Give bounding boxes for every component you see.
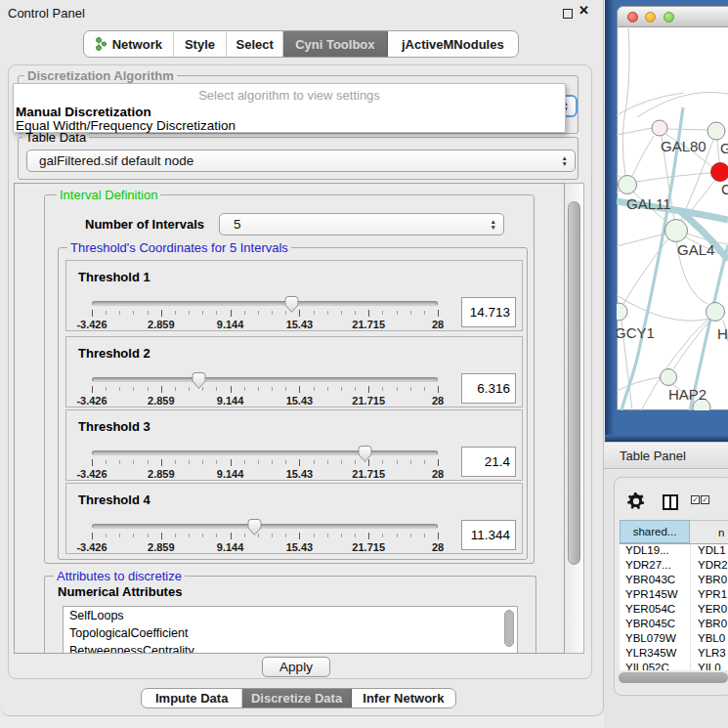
close-traffic-light[interactable] bbox=[627, 12, 638, 22]
bottom-tab-impute-data[interactable]: Impute Data bbox=[142, 689, 242, 707]
table-row[interactable]: YBR043CYBR0 bbox=[620, 574, 728, 588]
network-node[interactable] bbox=[661, 369, 677, 386]
network-edge[interactable] bbox=[667, 129, 707, 130]
interval-definition-title: Interval Definition bbox=[57, 188, 160, 202]
network-node[interactable] bbox=[665, 220, 688, 242]
tick-mark bbox=[272, 460, 273, 464]
checkbox-icon[interactable]: ✓ bbox=[701, 495, 709, 504]
numerical-attributes-label: Numerical Attributes bbox=[58, 584, 182, 599]
slider-thumb[interactable] bbox=[284, 295, 300, 318]
cell-shared-name: YBL079W bbox=[620, 632, 690, 647]
slider-track[interactable] bbox=[92, 524, 438, 529]
network-node[interactable] bbox=[619, 176, 637, 194]
columns-icon[interactable] bbox=[663, 494, 678, 510]
attribute-list-item[interactable]: TopologicalCoefficient bbox=[64, 624, 517, 642]
tick-mark bbox=[397, 460, 398, 464]
numerical-attributes-list[interactable]: SelfLoopsTopologicalCoefficientBetweenne… bbox=[63, 606, 518, 654]
table-data-select[interactable]: galFiltered.sif default node ▲▼ bbox=[26, 150, 576, 172]
tick-mark bbox=[202, 311, 203, 315]
table-row[interactable]: YER054CYER0 bbox=[620, 603, 728, 618]
tick-mark bbox=[285, 460, 286, 464]
cell-shared-name: YDR27... bbox=[620, 559, 690, 574]
network-edge[interactable] bbox=[617, 128, 652, 135]
slider-thumb[interactable] bbox=[247, 518, 263, 540]
checkbox-icon[interactable]: ✓ bbox=[691, 495, 700, 504]
threshold-panel: Threshold 1-3.4262.8599.14415.4321.71528… bbox=[65, 260, 523, 331]
vertical-scrollbar[interactable] bbox=[565, 183, 584, 654]
table-row[interactable]: YDL19...YDL1 bbox=[620, 544, 728, 559]
threshold-label: Threshold 2 bbox=[78, 346, 150, 361]
gear-icon[interactable] bbox=[627, 492, 645, 514]
attribute-list-item[interactable]: SelfLoops bbox=[64, 607, 517, 624]
zoom-traffic-light[interactable] bbox=[664, 12, 674, 22]
threshold-value-field[interactable]: 11.344 bbox=[461, 520, 516, 550]
apply-button[interactable]: Apply bbox=[262, 657, 330, 677]
vertical-scrollbar-thumb[interactable] bbox=[568, 201, 580, 565]
tick-mark bbox=[258, 387, 259, 391]
tick-mark bbox=[216, 460, 217, 464]
tick-label: 2.859 bbox=[137, 395, 186, 407]
column-header-name[interactable]: n bbox=[690, 520, 728, 543]
dropdown-item-manual[interactable]: Manual Discretization bbox=[16, 105, 151, 119]
tick-mark bbox=[92, 533, 93, 539]
network-edge[interactable] bbox=[622, 106, 626, 176]
network-node-label: GAL4 bbox=[677, 241, 714, 258]
network-node[interactable] bbox=[617, 303, 627, 321]
dropdown-item-equal-width[interactable]: Equal Width/Frequency Discretization bbox=[16, 118, 236, 133]
tick-mark bbox=[202, 460, 203, 464]
table-row[interactable]: YDR27...YDR2 bbox=[620, 559, 728, 574]
network-edge[interactable] bbox=[632, 136, 654, 176]
slider-thumb[interactable] bbox=[192, 371, 207, 394]
minimize-traffic-light[interactable] bbox=[645, 12, 656, 22]
network-node[interactable] bbox=[711, 163, 728, 182]
number-of-intervals-select[interactable]: 5 ▲▼ bbox=[219, 213, 504, 236]
network-edge[interactable] bbox=[617, 295, 710, 321]
close-window-button[interactable]: ✕ bbox=[578, 3, 589, 18]
tick-mark bbox=[244, 534, 245, 537]
table-row[interactable]: YBL079WYBL0 bbox=[620, 632, 728, 647]
bottom-tab-discretize-data[interactable]: Discretize Data bbox=[242, 689, 351, 707]
tick-mark bbox=[106, 534, 107, 537]
tick-mark bbox=[327, 387, 328, 391]
table-row[interactable]: YIL052CYIL0 bbox=[620, 662, 728, 670]
settings-scroll-area: Interval Definition Number of Intervals … bbox=[14, 183, 565, 654]
network-node[interactable] bbox=[707, 303, 725, 321]
bottom-tab-infer-network[interactable]: Infer Network bbox=[352, 689, 455, 707]
tick-mark bbox=[148, 534, 149, 537]
list-scrollbar-thumb[interactable] bbox=[504, 610, 514, 647]
slider-track[interactable] bbox=[92, 301, 438, 306]
network-edge[interactable] bbox=[717, 140, 719, 162]
network-node-label: C bbox=[721, 181, 728, 197]
network-edge[interactable] bbox=[617, 234, 665, 246]
cell-name: YPR1 bbox=[690, 588, 728, 603]
slider-thumb[interactable] bbox=[358, 445, 373, 467]
threshold-value-field[interactable]: 21.4 bbox=[461, 447, 516, 477]
network-node[interactable] bbox=[707, 122, 725, 140]
tab-jactivemnodules[interactable]: jActiveMNodules bbox=[388, 31, 518, 57]
tick-mark bbox=[231, 386, 232, 393]
network-node[interactable] bbox=[652, 120, 667, 136]
slider-track[interactable] bbox=[92, 377, 438, 382]
table-row[interactable]: YPR145WYPR1 bbox=[620, 588, 728, 603]
table-row[interactable]: YBR045CYBR0 bbox=[620, 618, 728, 632]
network-edge[interactable] bbox=[626, 26, 629, 106]
tick-mark bbox=[410, 311, 411, 315]
network-edge[interactable] bbox=[617, 377, 661, 391]
tab-select[interactable]: Select bbox=[227, 31, 283, 57]
threshold-value-field[interactable]: 14.713 bbox=[461, 297, 516, 327]
tick-mark bbox=[424, 387, 425, 391]
slider-track[interactable] bbox=[92, 450, 438, 455]
tick-mark bbox=[175, 460, 176, 464]
threshold-value-field[interactable]: 6.316 bbox=[461, 373, 516, 404]
tab-style[interactable]: Style bbox=[174, 31, 228, 57]
attribute-list-item[interactable]: BetweennessCentrality bbox=[64, 642, 517, 654]
tick-mark bbox=[133, 460, 134, 464]
horizontal-scrollbar-thumb[interactable] bbox=[619, 672, 728, 683]
tick-mark bbox=[424, 534, 425, 537]
float-window-button[interactable] bbox=[563, 9, 573, 19]
network-canvas[interactable]: GAL80GACGAL11GAL4GCY1HHAP2 bbox=[617, 26, 728, 410]
tab-cyni-toolbox[interactable]: Cyni Toolbox bbox=[283, 31, 388, 57]
column-header-shared[interactable]: shared... bbox=[620, 520, 690, 543]
tab-network[interactable]: Network bbox=[84, 31, 174, 57]
table-row[interactable]: YLR345WYLR3 bbox=[620, 647, 728, 662]
